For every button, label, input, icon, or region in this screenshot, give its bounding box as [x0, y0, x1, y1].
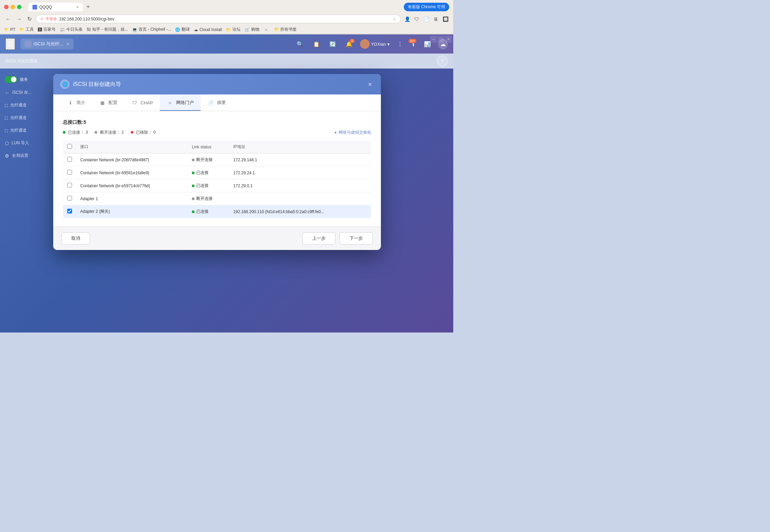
- row-checkbox[interactable]: [67, 196, 72, 201]
- prev-button[interactable]: 上一步: [302, 232, 336, 245]
- task-button[interactable]: 📋: [311, 39, 322, 49]
- more-bookmarks[interactable]: »: [265, 27, 267, 32]
- bookmark-pt[interactable]: 📁 PT: [4, 27, 15, 32]
- service-toggle-switch[interactable]: [5, 76, 17, 83]
- row-checkbox[interactable]: [67, 209, 72, 213]
- row-checkbox[interactable]: [67, 157, 72, 162]
- back-button[interactable]: ←: [4, 15, 12, 23]
- tab-close-btn[interactable]: ×: [76, 4, 79, 10]
- extension-icon-1[interactable]: 👤: [403, 15, 411, 23]
- extension-icon-5[interactable]: 🔲: [442, 15, 449, 23]
- modal-footer: 取消 上一步 下一步: [53, 226, 381, 250]
- step-summary-label: 摘要: [217, 100, 226, 106]
- row-checkbox[interactable]: [67, 183, 72, 188]
- sync-button[interactable]: 🔄: [327, 39, 338, 49]
- sidebar-item-lun[interactable]: ⬡ LUN 导入: [0, 137, 48, 149]
- wizard-step-intro[interactable]: ℹ 简介: [60, 94, 92, 111]
- bookmark-forum[interactable]: 📁 论坛: [226, 27, 241, 32]
- table-header-ip: IP地址: [229, 141, 371, 153]
- table-row[interactable]: Adapter 2 (网关) 已连接 192.168.200.110 (fd1d…: [63, 205, 371, 218]
- user-menu-button[interactable]: YDXian ▾: [360, 39, 390, 49]
- fiber-icon: □: [5, 128, 8, 133]
- browser-tab-active[interactable]: QQQQ ×: [28, 3, 83, 11]
- toolbar-right: 👤 🛡 📄 🖥 🔲: [403, 15, 449, 23]
- network-table: 接口 Link status IP地址 Container Network (b…: [63, 140, 371, 218]
- extension-icon-4[interactable]: 🖥: [432, 15, 440, 23]
- table-row[interactable]: Adapter 1 断开连接: [63, 192, 371, 205]
- network-switch-link[interactable]: ✦ 网络与虚拟交换机: [334, 130, 371, 135]
- bookmark-tools[interactable]: 📁 工具: [19, 27, 34, 32]
- notification-button[interactable]: 🔔 5: [344, 39, 355, 49]
- sidebar-item-fiber3[interactable]: □ 光纤通道: [0, 124, 48, 137]
- wizard-step-config[interactable]: ▦ 配置: [92, 94, 124, 111]
- row-checkbox-cell[interactable]: [63, 205, 76, 218]
- table-row[interactable]: Container Network (br-206f7d8e4987) 断开连接…: [63, 153, 371, 166]
- row-status-text: 已连接: [196, 209, 209, 215]
- wizard-step-chap[interactable]: 🛡 CHAP: [124, 94, 160, 111]
- row-checkbox-cell[interactable]: [63, 192, 76, 205]
- refresh-button[interactable]: ↻: [26, 15, 33, 23]
- bookmark-shop[interactable]: 🛒 购物: [245, 27, 259, 32]
- sidebar-item-label: 全局设置: [12, 153, 28, 159]
- status-dot-icon: [192, 172, 195, 174]
- sidebar-item-global-settings[interactable]: ⚙ 全局设置: [0, 149, 48, 162]
- tab-favicon: [32, 5, 37, 10]
- bookmark-baijia[interactable]: 🅱 百家号: [38, 27, 56, 32]
- help-button[interactable]: ?: [437, 56, 448, 66]
- sidebar-item-fiber2[interactable]: □ 光纤通道: [0, 112, 48, 124]
- close-window-btn[interactable]: [4, 5, 9, 9]
- modal-close-button[interactable]: ×: [366, 80, 374, 89]
- maximize-window-btn[interactable]: [17, 5, 22, 9]
- bookmark-label: 论坛: [232, 27, 241, 32]
- app-tab-iscsi[interactable]: iSCSI 与光纤... ×: [20, 39, 73, 49]
- cancel-button[interactable]: 取消: [61, 232, 90, 245]
- bookmark-translate[interactable]: 🌐 翻译: [175, 27, 190, 32]
- step-intro-icon: ℹ: [67, 99, 74, 106]
- sidebar-item-fiber1[interactable]: □ 光纤通道: [0, 99, 48, 112]
- table-row[interactable]: Container Network (br-e59714cb776d) 已连接 …: [63, 179, 371, 192]
- wizard-step-network[interactable]: ○ 网络门户: [160, 94, 201, 111]
- row-checkbox-cell[interactable]: [63, 179, 76, 192]
- minimize-window-btn[interactable]: [11, 5, 15, 9]
- bookmark-icon: 🌐: [175, 27, 180, 32]
- removed-count: 0: [153, 130, 156, 135]
- select-all-checkbox[interactable]: [67, 144, 72, 149]
- info-button[interactable]: ℹ 10+: [410, 39, 416, 49]
- bookmark-cloudinstall[interactable]: ☁ Cloud Install: [194, 27, 222, 32]
- win-maximize-btn[interactable]: □: [438, 36, 444, 43]
- win-close-btn[interactable]: ×: [445, 36, 452, 43]
- extension-icon-3[interactable]: 📄: [423, 15, 430, 23]
- bookmark-label: 今日头条: [66, 27, 83, 32]
- bookmark-zhihu[interactable]: 知 知乎 - 有问题，就...: [87, 27, 128, 32]
- iscsi-storage-icon: ←: [5, 90, 10, 95]
- sidebar-item-iscsi-storage[interactable]: ← iSCSI 存...: [0, 86, 48, 99]
- disconnected-dot: [95, 131, 97, 134]
- row-checkbox-cell[interactable]: [63, 153, 76, 166]
- page-titlebar: iSCSI 与光纤通道 ?: [0, 54, 453, 69]
- modal-title-icon: 🌐: [60, 79, 70, 89]
- row-checkbox[interactable]: [67, 170, 72, 175]
- bookmarks-bar: 📁 PT 📁 工具 🅱 百家号 📰 今日头条 知 知乎 - 有问题，就... 💻…: [0, 25, 453, 34]
- address-bar[interactable]: ⚠ 不安全 192.168.200.110:5000/cgi-bin/ ☆: [36, 15, 401, 23]
- row-checkbox-cell[interactable]: [63, 166, 76, 179]
- bookmark-toutiao[interactable]: 📰 今日头条: [60, 27, 83, 32]
- table-row[interactable]: Container Network (br-69561e1fa9e9) 已连接 …: [63, 166, 371, 179]
- extension-icon-2[interactable]: 🛡: [413, 15, 420, 23]
- tab-title: QQQQ: [39, 5, 52, 10]
- new-tab-button[interactable]: +: [84, 3, 92, 11]
- all-bookmarks[interactable]: 📁 所有书签: [274, 27, 297, 32]
- hamburger-menu-button[interactable]: ☰: [5, 38, 15, 50]
- table-header-link-status: Link status: [188, 141, 229, 153]
- search-button[interactable]: 🔍: [295, 39, 305, 49]
- page-title: iSCSI 与光纤通道: [5, 58, 38, 64]
- forward-button[interactable]: →: [15, 15, 23, 23]
- bookmark-chiphell[interactable]: 💻 首页 - Chiphell -...: [132, 27, 171, 32]
- wizard-step-summary[interactable]: 📄 摘要: [201, 94, 233, 111]
- lun-icon: ⬡: [5, 141, 9, 146]
- app-tab-close[interactable]: ×: [67, 41, 69, 47]
- chrome-update-button[interactable]: 有新版 Chrome 可用: [404, 3, 449, 11]
- bookmark-label: 翻译: [182, 27, 190, 32]
- next-button[interactable]: 下一步: [340, 232, 373, 245]
- win-minimize-btn[interactable]: –: [430, 36, 437, 43]
- more-options-button[interactable]: ⋮: [395, 39, 405, 49]
